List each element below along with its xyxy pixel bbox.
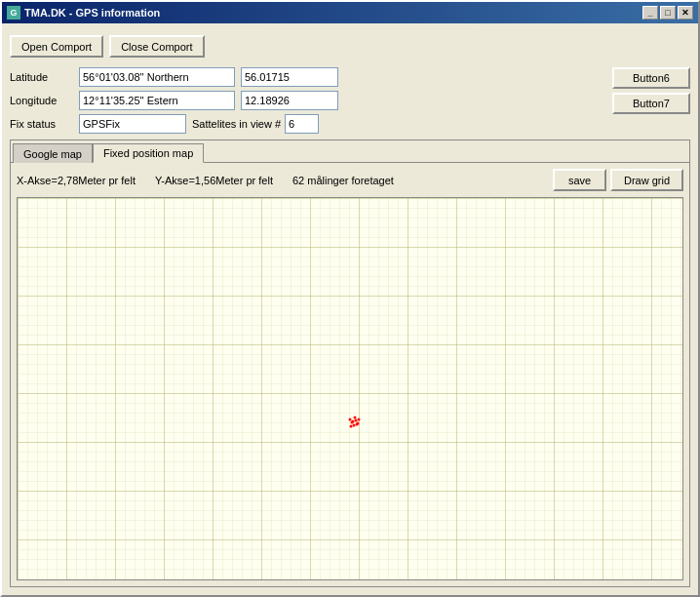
title-buttons: _ □ ✕ [642, 6, 693, 20]
latitude-row: Latitude [10, 67, 604, 87]
tab-header: Google map Fixed position map [11, 140, 689, 162]
tab-content: X-Akse=2,78Meter pr felt Y-Akse=1,56Mete… [11, 162, 689, 586]
fix-status-input[interactable] [79, 114, 186, 134]
tab-fixed-position-map[interactable]: Fixed position map [93, 143, 204, 163]
close-button[interactable]: ✕ [678, 6, 693, 20]
map-buttons: save Draw grid [553, 169, 683, 191]
main-window: G TMA.DK - GPS information _ □ ✕ Open Co… [0, 0, 700, 597]
svg-point-6 [349, 418, 352, 421]
save-button[interactable]: save [553, 169, 606, 191]
svg-rect-1 [18, 198, 682, 579]
restore-button[interactable]: □ [660, 6, 676, 20]
svg-point-7 [354, 417, 357, 419]
tabs-container: Google map Fixed position map X-Akse=2,7… [10, 139, 690, 587]
satellites-label: Sattelites in view # [192, 118, 281, 130]
svg-point-4 [353, 424, 356, 427]
svg-point-8 [350, 425, 353, 428]
measurements-info: 62 målinger foretaget [292, 175, 394, 186]
longitude-value-input[interactable] [241, 91, 338, 110]
latitude-main-input[interactable] [79, 67, 235, 87]
longitude-main-input[interactable] [79, 91, 235, 110]
draw-grid-button[interactable]: Draw grid [610, 169, 683, 191]
tab-google-map[interactable]: Google map [13, 143, 93, 163]
satellites-input[interactable] [285, 114, 319, 134]
grid-svg [18, 198, 682, 579]
map-area [17, 197, 683, 580]
svg-point-9 [358, 418, 361, 421]
y-axis-info: Y-Akse=1,56Meter pr felt [155, 175, 273, 186]
map-toolbar: X-Akse=2,78Meter pr felt Y-Akse=1,56Mete… [17, 169, 683, 191]
longitude-label: Longitude [10, 95, 73, 106]
toolbar: Open Comport Close Comport [10, 31, 690, 61]
longitude-row: Longitude [10, 91, 604, 110]
fix-status-row: Fix status Sattelites in view # [10, 114, 604, 134]
minimize-button[interactable]: _ [642, 6, 658, 20]
fields-section: Latitude Longitude Fix status Sattelites… [10, 67, 690, 134]
svg-point-10 [352, 420, 355, 423]
x-axis-info: X-Akse=2,78Meter pr felt [17, 175, 136, 186]
satellites-section: Sattelites in view # [192, 114, 319, 134]
fix-status-label: Fix status [10, 118, 73, 130]
open-comport-button[interactable]: Open Comport [10, 35, 103, 58]
map-info: X-Akse=2,78Meter pr felt Y-Akse=1,56Mete… [17, 175, 543, 186]
button6[interactable]: Button6 [612, 67, 690, 89]
button7[interactable]: Button7 [612, 93, 690, 114]
close-comport-button[interactable]: Close Comport [109, 35, 204, 58]
title-bar: G TMA.DK - GPS information _ □ ✕ [2, 2, 698, 23]
main-content: Open Comport Close Comport Latitude Long… [2, 23, 698, 595]
fields-right: Button6 Button7 [612, 67, 690, 114]
title-bar-left: G TMA.DK - GPS information [7, 6, 160, 20]
latitude-value-input[interactable] [241, 67, 338, 87]
svg-point-11 [356, 423, 359, 426]
app-icon: G [7, 6, 20, 20]
gps-dots [340, 408, 369, 437]
fields-left: Latitude Longitude Fix status Sattelites… [10, 67, 604, 134]
latitude-label: Latitude [10, 71, 73, 83]
svg-point-3 [355, 419, 358, 422]
dot-cluster [340, 408, 369, 439]
window-title: TMA.DK - GPS information [24, 7, 160, 19]
